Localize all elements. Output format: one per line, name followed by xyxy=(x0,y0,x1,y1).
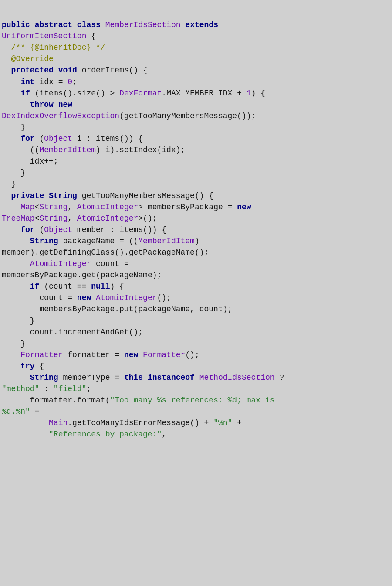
classname-memberiditem-1: MemberIdItem xyxy=(39,146,96,154)
method-size: size xyxy=(77,89,96,98)
classname-uniformitemsection: UniformItemSection xyxy=(2,32,86,41)
classname-formatter-2: Formatter xyxy=(143,351,185,359)
keyword-extends: extends xyxy=(185,20,218,29)
keyword-new-throw: new xyxy=(58,100,72,109)
keyword-throw: throw xyxy=(30,100,54,109)
var-formatter-format: formatter xyxy=(30,396,72,405)
var-idx-inc: idx xyxy=(30,157,44,166)
var-count-assign: count xyxy=(39,293,63,302)
method-items-for: items xyxy=(96,134,119,143)
classname-string-1: String xyxy=(39,203,68,211)
classname-memberidssection: MemberIdsSection xyxy=(105,20,181,29)
method-gettoomanymembersmessage: getTooManyMembersMessage xyxy=(82,191,195,200)
var-count-inc: count xyxy=(30,328,54,337)
method-getpackagename: getPackageName xyxy=(129,248,195,257)
var-i: i xyxy=(77,134,82,143)
classname-map: Map xyxy=(20,203,34,211)
classname-formatter: Formatter xyxy=(20,351,63,359)
classname-main: Main xyxy=(49,419,68,427)
var-i-cast: i xyxy=(105,146,110,154)
classname-atomicinteger-1: AtomicInteger xyxy=(77,203,138,211)
method-getdefiningclass: getDefiningClass xyxy=(39,248,115,257)
keyword-for-2: for xyxy=(20,225,34,234)
keyword-new-atomic: new xyxy=(77,293,91,302)
var-formatter: formatter xyxy=(68,351,110,359)
keyword-try: try xyxy=(20,362,34,371)
keyword-abstract: abstract xyxy=(35,20,72,29)
keyword-new-formatter: new xyxy=(124,351,138,359)
var-count: count xyxy=(96,259,119,268)
var-idx-arg: idx xyxy=(162,146,176,154)
classname-treemap: TreeMap xyxy=(2,214,35,223)
keyword-void: void xyxy=(58,66,77,75)
var-idx: idx xyxy=(39,78,53,86)
string-references-by-package: "References by package:" xyxy=(49,430,162,439)
var-member-cast: member xyxy=(2,248,30,257)
method-items-2: items xyxy=(119,225,143,234)
keyword-string-2: String xyxy=(30,237,58,245)
classname-string-2: String xyxy=(39,214,68,223)
var-membersbypackage-get: membersByPackage xyxy=(2,271,77,279)
keyword-string-3: String xyxy=(30,373,58,382)
var-packagename-put: packageName xyxy=(138,305,190,313)
keyword-new-map: new xyxy=(237,203,251,211)
const-maxmemberidx: MAX_MEMBER_IDX xyxy=(166,89,232,98)
classname-methodidssection: MethodIdsSection xyxy=(199,373,275,382)
classname-object-2: Object xyxy=(44,225,72,234)
method-gettoomaneidserrormessage: getTooManyIdsErrorMessage xyxy=(72,419,190,427)
keyword-string: String xyxy=(49,191,77,200)
method-put: put xyxy=(119,305,133,313)
var-packagename-arg: packageName xyxy=(101,271,152,279)
method-setindex: setIndex xyxy=(119,146,157,154)
comment-inheritdoc: /** { xyxy=(11,43,35,52)
var-packagename: packageName xyxy=(63,237,115,245)
keyword-class: class xyxy=(77,20,101,29)
keyword-if-2: if xyxy=(30,282,40,291)
keyword-protected: protected xyxy=(11,66,54,75)
annotation-override: @Override xyxy=(11,55,54,63)
classname-object-1: Object xyxy=(44,134,72,143)
keyword-int: int xyxy=(20,78,34,86)
keyword-for-1: for xyxy=(20,134,34,143)
var-membersbypackage: membersByPackage xyxy=(148,203,223,211)
method-get: get xyxy=(82,271,96,279)
var-membersbypackage-put: membersByPackage xyxy=(39,305,115,313)
keyword-public: public xyxy=(2,20,30,29)
var-member: member xyxy=(77,225,105,234)
var-count-check: count xyxy=(49,282,72,291)
var-membertype: memberType xyxy=(63,373,110,382)
method-gettoomanymembersmessage-call: getTooManyMembersMessage xyxy=(124,112,237,120)
classname-memberiditem-2: MemberIdItem xyxy=(138,237,195,245)
classname-dexformat: DexFormat xyxy=(119,89,162,98)
string-field: "field" xyxy=(54,385,87,393)
classname-dexindexoverflowexception: DexIndexOverflowException xyxy=(2,112,119,120)
keyword-private: private xyxy=(11,191,44,200)
string-method: "method" xyxy=(2,385,39,393)
keyword-if: if xyxy=(20,89,30,98)
number-one: 1 xyxy=(247,89,251,98)
keyword-this: this xyxy=(124,373,143,382)
var-count-put: count xyxy=(199,305,223,313)
classname-atomicinteger-4: AtomicInteger xyxy=(96,293,157,302)
annotation-inheritdoc: @inheritDoc xyxy=(35,43,87,52)
code-block: public abstract class MemberIdsSection e… xyxy=(0,4,392,444)
method-items: items xyxy=(39,89,63,98)
classname-atomicinteger-2: AtomicInteger xyxy=(77,214,138,223)
classname-atomicinteger-3: AtomicInteger xyxy=(30,259,91,268)
keyword-instanceof: instanceof xyxy=(148,373,195,382)
method-incrementandget: incrementAndGet xyxy=(58,328,129,337)
comment-inheritdoc-end: } */ xyxy=(86,43,105,52)
method-orderitems: orderItems xyxy=(82,66,129,75)
keyword-null: null xyxy=(91,282,110,291)
method-format: format xyxy=(77,396,105,405)
number-zero: 0 xyxy=(68,78,72,86)
string-newline: "%n" xyxy=(213,419,232,427)
